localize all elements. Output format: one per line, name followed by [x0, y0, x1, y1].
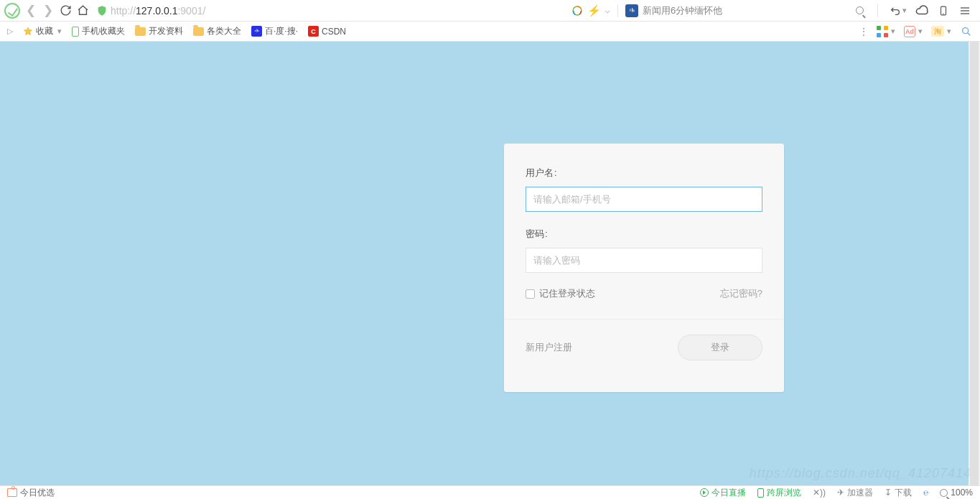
- news-headline[interactable]: 新闻用6分钟缅怀他: [643, 4, 849, 17]
- username-label: 用户名: [526, 167, 762, 179]
- favorites-button[interactable]: 收藏▾: [23, 25, 62, 37]
- separator: [617, 4, 618, 17]
- engine-dropdown[interactable]: ⌵: [605, 6, 610, 15]
- bookmark-dev[interactable]: 开发资料: [135, 25, 183, 37]
- news-provider-icon: [625, 4, 638, 17]
- reload-button[interactable]: [59, 4, 72, 17]
- url-text: http://127.0.0.1:9001/: [111, 5, 205, 17]
- svg-line-7: [968, 32, 971, 35]
- remember-label: 记住登录状态: [539, 287, 595, 300]
- more-icon[interactable]: ⋮: [859, 26, 868, 37]
- undo-button[interactable]: ▾: [890, 5, 907, 17]
- cross-screen[interactable]: 跨屏浏览: [757, 487, 801, 499]
- live-today[interactable]: 今日直播: [700, 487, 746, 499]
- download-icon: ↧: [885, 488, 892, 498]
- adblock-icon[interactable]: Ad▾: [904, 26, 923, 37]
- magnifier-icon: [940, 489, 948, 497]
- bookmark-categories[interactable]: 各类大全: [193, 25, 241, 37]
- play-circle-icon: [700, 488, 709, 497]
- page-viewport: 用户名 密码 记住登录状态 忘记密码? 新用户注册 登录 https://blo…: [0, 42, 980, 485]
- camera-aperture-icon[interactable]: [571, 5, 583, 17]
- forgot-password-link[interactable]: 忘记密码?: [720, 287, 762, 300]
- search-icon[interactable]: [853, 4, 866, 17]
- folder-icon: [193, 27, 204, 36]
- cloud-icon[interactable]: [915, 4, 928, 17]
- vertical-scrollbar[interactable]: [969, 42, 980, 485]
- login-button[interactable]: 登录: [678, 335, 762, 360]
- today-picks[interactable]: 今日优选: [7, 487, 55, 499]
- fast-mode-icon[interactable]: ⚡: [587, 4, 601, 17]
- star-icon: [23, 27, 33, 37]
- browser-logo-icon: [4, 3, 20, 19]
- gift-icon: [7, 488, 17, 497]
- back-button[interactable]: ❮: [24, 3, 37, 18]
- csdn-icon: C: [308, 26, 319, 37]
- mute-button[interactable]: ✕)): [813, 488, 826, 498]
- folder-icon: [135, 27, 146, 36]
- password-label: 密码: [526, 228, 762, 241]
- phone-icon: [72, 27, 79, 37]
- phone-icon: [757, 488, 764, 498]
- extensions-icon[interactable]: ▾: [877, 26, 895, 37]
- bookmark-csdn[interactable]: C CSDN: [308, 26, 346, 37]
- login-card: 用户名 密码 记住登录状态 忘记密码? 新用户注册 登录: [504, 144, 784, 392]
- rocket-icon: ✈: [837, 488, 844, 498]
- accelerator[interactable]: ✈ 加速器: [837, 487, 873, 499]
- toggle-sidebar-icon[interactable]: ▷: [7, 27, 13, 36]
- status-bar: 今日优选 今日直播 跨屏浏览 ✕)) ✈ 加速器 ↧ 下载 ℮ 100%: [0, 485, 980, 499]
- register-link[interactable]: 新用户注册: [526, 341, 572, 354]
- browser-toolbar: ❮ ❯ http://127.0.0.1:9001/ ⚡ ⌵ 新闻用6分钟缅怀他…: [0, 0, 980, 22]
- security-shield-icon: [96, 4, 108, 17]
- toolbar-right: ▾: [853, 4, 976, 17]
- remember-checkbox[interactable]: 记住登录状态: [526, 287, 595, 300]
- baidu-icon: [251, 26, 262, 37]
- bookmarks-bar: ▷ 收藏▾ 手机收藏夹 开发资料 各类大全 百·度·搜· C CSDN ⋮ ▾ …: [0, 22, 980, 42]
- address-bar[interactable]: http://127.0.0.1:9001/: [93, 2, 567, 19]
- bookmark-mobile[interactable]: 手机收藏夹: [72, 25, 125, 37]
- watermark: https://blog.csdn.net/qq_41207414: [750, 466, 971, 481]
- mobile-sync-icon[interactable]: [937, 4, 950, 17]
- shopping-icon[interactable]: 淘▾: [931, 26, 951, 37]
- checkbox-icon: [526, 289, 535, 299]
- zoom-level[interactable]: 100%: [940, 488, 973, 498]
- password-input[interactable]: [526, 248, 762, 273]
- bookmark-baidu[interactable]: 百·度·搜·: [251, 25, 298, 37]
- downloads[interactable]: ↧ 下载: [885, 487, 912, 499]
- svg-point-6: [963, 27, 969, 33]
- ie-mode-icon[interactable]: ℮: [923, 488, 928, 498]
- inspect-icon[interactable]: [960, 25, 973, 38]
- forward-button[interactable]: ❯: [42, 3, 55, 18]
- home-button[interactable]: [76, 4, 89, 17]
- username-input[interactable]: [526, 187, 762, 212]
- menu-icon[interactable]: [958, 4, 971, 17]
- separator: [877, 4, 878, 17]
